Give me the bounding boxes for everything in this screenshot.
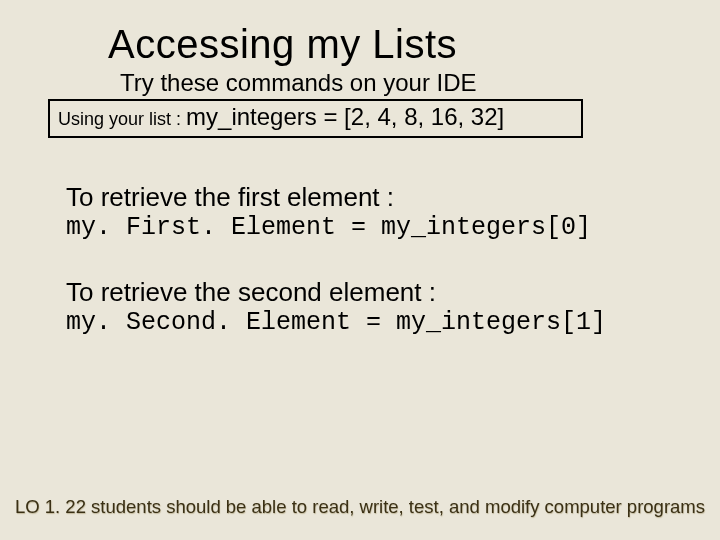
box-code: my_integers = [2, 4, 8, 16, 32]: [186, 103, 504, 130]
box-prefix: Using your list :: [58, 109, 186, 129]
list-definition-box: Using your list : my_integers = [2, 4, 8…: [48, 99, 583, 138]
slide-subtitle: Try these commands on your IDE: [120, 69, 672, 97]
section-code: my. Second. Element = my_integers[1]: [66, 308, 662, 338]
learning-outcome-footer: LO 1. 22 students should be able to read…: [0, 496, 720, 518]
slide-body: To retrieve the first element : my. Firs…: [48, 182, 672, 338]
section-intro: To retrieve the first element :: [66, 182, 662, 213]
section-second-element: To retrieve the second element : my. Sec…: [66, 277, 662, 338]
section-first-element: To retrieve the first element : my. Firs…: [66, 182, 662, 243]
slide-title: Accessing my Lists: [108, 22, 672, 67]
section-code: my. First. Element = my_integers[0]: [66, 213, 662, 243]
section-intro: To retrieve the second element :: [66, 277, 662, 308]
slide: Accessing my Lists Try these commands on…: [0, 0, 720, 540]
